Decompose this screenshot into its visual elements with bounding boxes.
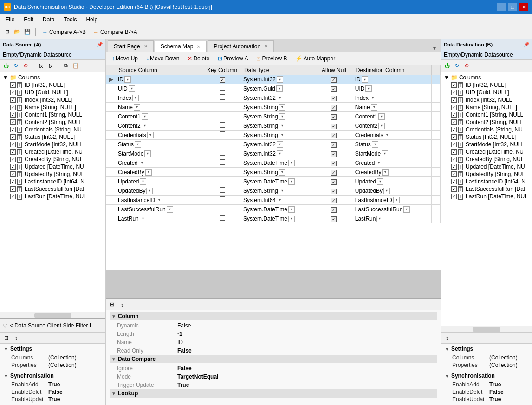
r-checkbox[interactable] xyxy=(451,112,457,118)
table-row[interactable]: Content1 ▾ System.String ▾ Content1 ▾ xyxy=(106,112,441,121)
key-checkbox[interactable] xyxy=(220,150,225,156)
open-button[interactable]: 📂 xyxy=(13,28,21,36)
list-item[interactable]: TStatus [Int32, NULL] xyxy=(9,133,104,141)
list-item[interactable]: TCreated [DateTime, NU xyxy=(9,148,104,156)
key-checkbox[interactable] xyxy=(220,196,225,202)
key-checkbox[interactable] xyxy=(220,94,225,100)
dt-dropdown[interactable]: ▾ xyxy=(279,132,285,138)
key-checkbox[interactable] xyxy=(220,131,225,137)
key-checkbox[interactable] xyxy=(220,85,225,91)
sort-za-button[interactable]: ↕ xyxy=(12,333,20,342)
left-tree-area[interactable]: ▼ 📁 Columns TID [Int32, NULL] TUID [Guid… xyxy=(0,72,105,312)
dest-dropdown[interactable]: ▾ xyxy=(362,76,368,83)
checkbox[interactable] xyxy=(10,105,16,110)
table-row[interactable]: Credentials ▾ System.String ▾ Credential… xyxy=(106,131,441,140)
dt-dropdown[interactable]: ▾ xyxy=(277,141,283,148)
r-checkbox[interactable] xyxy=(451,82,457,88)
r-checkbox[interactable] xyxy=(451,194,457,199)
dt-dropdown[interactable]: ▾ xyxy=(279,169,285,176)
checkbox-id[interactable] xyxy=(10,82,16,88)
right-disconnect-button[interactable]: ⊘ xyxy=(462,62,471,70)
checkbox[interactable] xyxy=(10,179,16,184)
cp-column-header[interactable]: ▼ Column xyxy=(110,312,437,320)
table-row[interactable]: Updated ▾ System.DateTime ▾ Updated ▾ xyxy=(106,177,441,186)
tab-schema-map[interactable]: Schema Map ✕ xyxy=(155,41,207,52)
dest-dropdown[interactable]: ▾ xyxy=(378,123,385,129)
key-checkbox[interactable] xyxy=(220,77,225,83)
key-checkbox[interactable] xyxy=(220,122,225,128)
dest-dropdown[interactable]: ▾ xyxy=(372,141,378,148)
compare-ab-button[interactable]: → Compare A->B xyxy=(39,27,89,37)
source-dropdown[interactable]: ▾ xyxy=(140,178,146,185)
copy-button[interactable]: ⧉ xyxy=(62,62,70,70)
dt-dropdown[interactable]: ▾ xyxy=(288,206,295,213)
pin-icon[interactable]: 📌 xyxy=(97,42,103,47)
checkbox[interactable] xyxy=(10,149,16,155)
checkbox[interactable] xyxy=(10,164,16,170)
checkbox[interactable] xyxy=(10,157,16,162)
null-checkbox[interactable] xyxy=(331,170,337,176)
right-sync-header[interactable]: ▼ Synchronisation xyxy=(445,372,528,379)
null-checkbox[interactable] xyxy=(331,86,337,92)
right-power-button[interactable]: ⏻ xyxy=(443,62,451,70)
list-item[interactable]: TStatus [Int32, NULL] xyxy=(450,133,530,141)
dt-dropdown[interactable]: ▾ xyxy=(276,85,283,92)
list-item[interactable]: TLastInstanceID [Int64, N xyxy=(450,178,530,185)
dest-dropdown[interactable]: ▾ xyxy=(376,160,382,166)
dest-dropdown[interactable]: ▾ xyxy=(384,132,390,138)
table-row[interactable]: StartMode ▾ System.Int32 ▾ StartMode ▾ xyxy=(106,149,441,158)
list-item[interactable]: TLastSuccessfulRun [Dat xyxy=(9,185,104,193)
list-item[interactable]: TStartMode [Int32, NULL xyxy=(9,141,104,148)
source-dropdown[interactable]: ▾ xyxy=(156,197,162,203)
list-item[interactable]: TContent2 [String, NULL xyxy=(9,118,104,126)
dt-dropdown[interactable]: ▾ xyxy=(277,197,283,203)
right-tree-root[interactable]: ▼ 📁 Columns xyxy=(443,74,530,81)
dest-dropdown[interactable]: ▾ xyxy=(377,178,383,185)
sort-az-button[interactable]: ⊞ xyxy=(2,333,10,342)
filter-label[interactable]: < Data Source Client Side Filter I xyxy=(10,322,91,329)
table-row[interactable]: UpdatedBy ▾ System.String ▾ UpdatedBy ▾ xyxy=(106,186,441,196)
left-hscroll[interactable] xyxy=(0,312,105,318)
table-row[interactable]: LastSuccessfulRun ▾ System.DateTime ▾ La… xyxy=(106,205,441,214)
tab-start-close[interactable]: ✕ xyxy=(144,44,148,49)
key-checkbox[interactable] xyxy=(220,141,225,146)
preview-a-button[interactable]: ⊡ Preview A xyxy=(214,54,251,63)
schema-table-area[interactable]: Source Column Key Column Data Type Allow… xyxy=(106,65,441,270)
list-item[interactable]: TContent1 [String, NULL xyxy=(450,111,530,118)
list-item[interactable]: TContent2 [String, NULL xyxy=(450,118,530,126)
dest-dropdown[interactable]: ▾ xyxy=(382,169,389,176)
source-dropdown[interactable]: ▾ xyxy=(167,206,173,213)
source-dropdown[interactable]: ▾ xyxy=(146,188,153,194)
null-checkbox[interactable] xyxy=(331,105,337,111)
list-item[interactable]: TContent1 [String, NULL xyxy=(9,111,104,118)
list-item[interactable]: TCreatedBy [String, NUL xyxy=(450,156,530,163)
source-dropdown[interactable]: ▾ xyxy=(144,150,151,157)
power-button[interactable]: ⏻ xyxy=(2,62,10,70)
paste-button[interactable]: 📋 xyxy=(71,62,80,70)
r-checkbox[interactable] xyxy=(451,142,457,147)
table-row[interactable]: Created ▾ System.DateTime ▾ Created ▾ xyxy=(106,158,441,168)
dest-dropdown[interactable]: ▾ xyxy=(370,95,376,101)
r-checkbox[interactable] xyxy=(451,149,457,155)
cp-lookup-header[interactable]: ▼ Lookup xyxy=(110,389,437,398)
dt-dropdown[interactable]: ▾ xyxy=(288,216,295,222)
right-refresh-button[interactable]: ↻ xyxy=(453,62,461,70)
menu-tools[interactable]: Tools xyxy=(62,15,78,24)
table-row[interactable]: LastInstanceID ▾ System.Int64 ▾ LastInst… xyxy=(106,196,441,205)
r-checkbox[interactable] xyxy=(451,164,457,170)
table-row[interactable]: ▶ ID ▾ System.Int32 ▾ ID ▾ xyxy=(106,75,441,84)
props-sort-button[interactable]: ↕ xyxy=(118,300,126,309)
list-item[interactable]: TUpdatedBy [String, NUI xyxy=(9,170,104,178)
right-tree-area[interactable]: ▼ 📁 Columns TID [Int32, NULL] TUID [Guid… xyxy=(441,72,532,326)
checkbox[interactable] xyxy=(10,171,16,177)
dt-dropdown[interactable]: ▾ xyxy=(279,188,285,194)
menu-help[interactable]: Help xyxy=(84,15,99,24)
list-item[interactable]: TCreatedBy [String, NUL xyxy=(9,156,104,163)
settings-header[interactable]: ▼ Settings xyxy=(4,346,102,352)
checkbox[interactable] xyxy=(10,127,16,132)
r-checkbox[interactable] xyxy=(451,119,457,125)
list-item[interactable]: TCredentials [String, NU xyxy=(450,126,530,133)
key-checkbox[interactable] xyxy=(220,187,225,193)
checkbox[interactable] xyxy=(10,112,16,118)
save-button[interactable]: 💾 xyxy=(23,28,32,36)
